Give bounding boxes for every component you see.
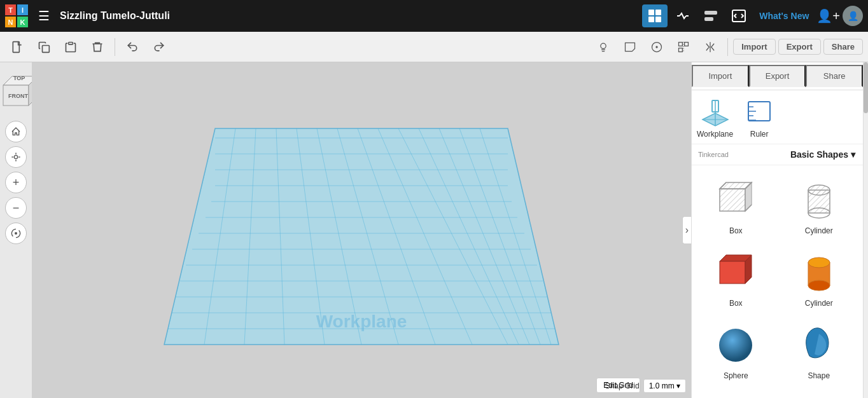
code-editor-icon <box>731 8 746 24</box>
shape-item-abstract-blue[interactable]: Shape <box>780 315 858 383</box>
snap-grid-area: Snap Grid 1.0 mm ▾ <box>605 379 686 393</box>
zoom-out-button[interactable]: − <box>5 197 27 219</box>
align-icon <box>677 41 690 53</box>
scrollbar-thumb[interactable] <box>864 62 868 113</box>
zoom-in-button[interactable]: + <box>5 172 27 193</box>
new-icon <box>11 41 24 53</box>
svg-marker-29 <box>164 128 559 345</box>
shape-label-box-red: Box <box>729 299 743 308</box>
note-icon <box>624 41 636 53</box>
shape-preview-box-wireframe <box>710 173 761 224</box>
undo-icon <box>126 41 139 53</box>
svg-rect-9 <box>69 42 73 44</box>
copy-icon <box>38 41 50 53</box>
svg-rect-4 <box>704 11 717 15</box>
zoom-in-icon: + <box>13 176 20 189</box>
svg-rect-13 <box>679 42 683 46</box>
left-controls: TOP FRONT + − <box>0 62 32 398</box>
shape-item-cylinder-orange[interactable]: Cylinder <box>780 243 858 310</box>
shape-label-box-wireframe: Box <box>729 226 743 235</box>
hamburger-button[interactable]: ☰ <box>33 4 55 27</box>
new-design-button[interactable] <box>5 37 29 57</box>
export-button[interactable]: Export <box>778 39 821 55</box>
shapes-category-dropdown[interactable]: Basic Shapes ▾ <box>789 148 857 161</box>
navbar: T I N K ☰ Sizzling Tumelo-Juttuli <box>0 0 868 32</box>
mirror-button[interactable] <box>698 37 722 57</box>
main-area: TOP FRONT + − <box>0 62 868 398</box>
svg-point-27 <box>15 232 17 235</box>
delete-icon <box>91 41 104 53</box>
snap-grid-label: Snap Grid <box>605 381 640 390</box>
svg-rect-5 <box>704 17 713 21</box>
undo-button[interactable] <box>120 37 144 57</box>
svg-rect-8 <box>43 45 50 52</box>
shape-preview-sphere-blue <box>710 318 761 369</box>
toolbar: Import Export Share <box>0 32 868 62</box>
svg-rect-83 <box>720 261 745 284</box>
add-user-icon: 👤+ <box>816 8 840 24</box>
redo-button[interactable] <box>147 37 171 57</box>
ruler-tool[interactable]: Ruler <box>743 95 775 139</box>
shape-preview-cylinder-orange <box>794 245 844 296</box>
share-button[interactable]: Share <box>823 39 863 55</box>
project-title: Sizzling Tumelo-Juttuli <box>60 10 637 22</box>
grid-icon <box>647 8 662 24</box>
svg-rect-3 <box>655 17 661 22</box>
paste-button[interactable] <box>59 37 83 57</box>
light-toggle-button[interactable] <box>591 37 615 57</box>
orbit-button[interactable] <box>5 223 27 244</box>
collapse-panel-button[interactable]: › <box>682 216 691 244</box>
fit-view-button[interactable] <box>5 146 27 168</box>
circuit-view-button[interactable] <box>670 4 696 27</box>
shape-label-cylinder-wireframe: Cylinder <box>805 226 833 235</box>
import-tab[interactable]: Import <box>692 65 749 87</box>
svg-rect-15 <box>679 48 683 51</box>
logo-i: I <box>17 4 28 15</box>
shapes-category-label: Basic Shapes <box>790 149 848 160</box>
user-area[interactable]: 👤+ 👤 <box>816 6 863 26</box>
shape-label-sphere-blue: Sphere <box>724 371 748 380</box>
svg-rect-2 <box>648 17 654 22</box>
share-tab[interactable]: Share <box>806 65 863 87</box>
shape-item-cylinder-wireframe[interactable]: Cylinder <box>780 170 858 238</box>
shape-preview-box-red <box>710 245 761 296</box>
svg-rect-0 <box>648 10 654 15</box>
home-view-button[interactable] <box>5 121 27 142</box>
right-panel-scrollbar[interactable] <box>863 62 868 398</box>
workplane-tool[interactable]: Workplane <box>697 95 733 139</box>
toolbar-right: Import Export Share <box>591 37 863 57</box>
measure-icon <box>650 41 663 53</box>
export-tab[interactable]: Export <box>749 65 806 87</box>
svg-point-10 <box>601 43 606 48</box>
measure-button[interactable] <box>645 37 669 57</box>
import-button[interactable]: Import <box>733 39 775 55</box>
shape-item-sphere-blue[interactable]: Sphere <box>697 315 775 383</box>
align-button[interactable] <box>671 37 696 57</box>
tinkercad-logo[interactable]: T I N K <box>5 4 28 27</box>
shape-item-box-wireframe[interactable]: Box <box>697 170 775 238</box>
zoom-out-icon: − <box>13 202 20 215</box>
svg-text:FRONT: FRONT <box>8 93 28 99</box>
viewport[interactable]: Workplane › Edit Grid Snap Grid 1.0 mm ▾ <box>32 62 691 398</box>
note-button[interactable] <box>618 37 642 57</box>
svg-rect-1 <box>655 10 661 15</box>
3d-view-button[interactable] <box>642 4 668 27</box>
copy-button[interactable] <box>32 37 56 57</box>
right-panel-header: Import Export Share <box>692 62 863 90</box>
logo-t: T <box>5 4 16 15</box>
shape-item-box-red[interactable]: Box <box>697 243 775 310</box>
svg-point-88 <box>808 280 830 291</box>
svg-rect-14 <box>685 42 689 46</box>
codeblocks-button[interactable] <box>698 4 724 27</box>
paste-icon <box>64 41 77 53</box>
shape-label-abstract-blue: Shape <box>808 371 830 380</box>
svg-point-80 <box>808 185 830 195</box>
code-editor-button[interactable] <box>726 4 752 27</box>
toolbar-separator-1 <box>115 38 115 56</box>
snap-grid-value-button[interactable]: 1.0 mm ▾ <box>643 379 686 393</box>
circuit-icon <box>675 8 690 24</box>
whats-new-button[interactable]: What's New <box>754 7 814 25</box>
ruler-tool-icon <box>743 95 775 127</box>
delete-button[interactable] <box>85 37 109 57</box>
shape-label-cylinder-orange: Cylinder <box>805 299 833 308</box>
